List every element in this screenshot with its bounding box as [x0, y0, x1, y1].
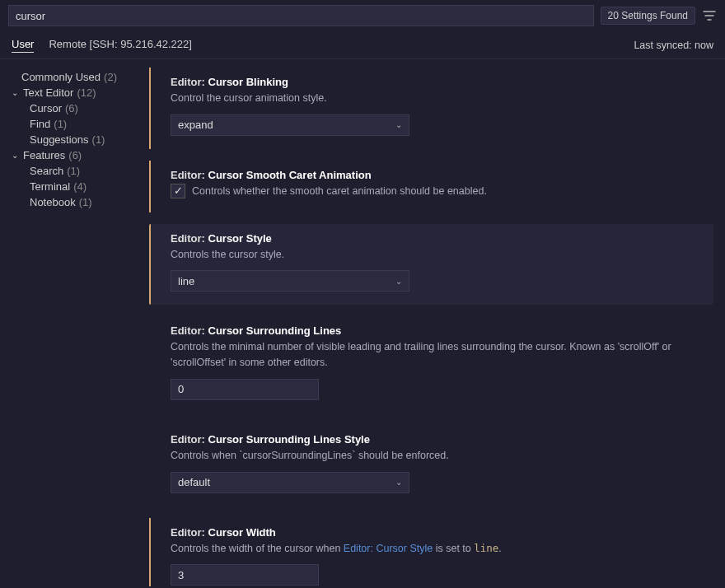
tree-label: Notebook — [30, 196, 76, 208]
setting-cursor-surrounding-lines-style: Editor: Cursor Surrounding Lines Style C… — [149, 425, 713, 506]
setting-description: Controls whether the smooth caret animat… — [192, 184, 487, 199]
settings-search-input[interactable] — [8, 5, 594, 26]
setting-description: Controls the cursor style. — [171, 247, 697, 263]
tree-label: Features — [23, 149, 65, 161]
tree-count: (12) — [77, 86, 96, 99]
setting-title: Editor: Cursor Style — [171, 232, 697, 245]
setting-category: Editor: — [171, 76, 208, 88]
tree-label: Suggestions — [30, 133, 89, 146]
tree-label: Find — [30, 118, 50, 130]
checkbox-smooth-caret[interactable]: ✓ — [171, 184, 185, 198]
desc-text: is set to — [433, 543, 474, 554]
tree-count: (1) — [79, 196, 92, 208]
tab-user[interactable]: User — [12, 38, 34, 53]
tree-count: (6) — [65, 102, 78, 114]
chevron-down-icon: ⌄ — [12, 151, 20, 160]
tree-commonly-used[interactable]: Commonly Used (2) — [7, 69, 138, 85]
chevron-down-icon: ⌄ — [12, 88, 20, 97]
setting-description: Controls the minimal number of visible l… — [171, 339, 700, 371]
setting-title: Editor: Cursor Width — [171, 526, 700, 539]
setting-cursor-smooth-caret: Editor: Cursor Smooth Caret Animation ✓ … — [149, 161, 713, 212]
setting-title: Editor: Cursor Smooth Caret Animation — [171, 169, 700, 181]
setting-cursor-surrounding-lines: Editor: Cursor Surrounding Lines Control… — [149, 316, 713, 413]
setting-key: Cursor Width — [208, 526, 276, 539]
select-cursor-style[interactable]: line ⌄ — [171, 270, 409, 292]
tree-label: Commonly Used — [21, 71, 101, 83]
tree-cursor[interactable]: Cursor (6) — [7, 100, 138, 116]
sync-status[interactable]: Last synced: now — [634, 40, 713, 51]
tree-count: (2) — [104, 71, 117, 83]
desc-text: Controls the width of the cursor when — [171, 543, 344, 554]
setting-description: Control the cursor animation style. — [171, 91, 700, 106]
setting-key: Cursor Blinking — [208, 76, 289, 88]
tree-label: Search — [30, 165, 63, 177]
select-value: line — [178, 275, 194, 287]
settings-list: Editor: Cursor Blinking Control the curs… — [144, 59, 725, 586]
tree-count: (1) — [92, 133, 105, 146]
chevron-down-icon: ⌄ — [395, 277, 402, 286]
setting-key: Cursor Style — [208, 232, 272, 245]
tree-count: (1) — [54, 118, 67, 130]
chevron-down-icon: ⌄ — [395, 120, 402, 129]
desc-text: . — [498, 543, 501, 554]
chevron-down-icon: ⌄ — [395, 478, 402, 487]
setting-key: Cursor Surrounding Lines — [208, 324, 342, 337]
tab-remote[interactable]: Remote [SSH: 95.216.42.222] — [49, 38, 191, 52]
tree-label: Cursor — [30, 102, 62, 114]
setting-cursor-width: Editor: Cursor Width Controls the width … — [149, 518, 713, 587]
setting-title: Editor: Cursor Surrounding Lines Style — [171, 433, 700, 446]
tree-label: Terminal — [30, 180, 70, 193]
setting-title: Editor: Cursor Blinking — [171, 76, 700, 88]
setting-category: Editor: — [171, 324, 208, 337]
tree-text-editor[interactable]: ⌄ Text Editor (12) — [7, 85, 138, 100]
tree-suggestions[interactable]: Suggestions (1) — [7, 132, 138, 147]
select-value: default — [178, 476, 210, 488]
desc-code: line — [474, 542, 498, 554]
setting-key: Cursor Smooth Caret Animation — [208, 169, 372, 181]
tree-count: (4) — [73, 180, 87, 193]
select-value: expand — [178, 119, 213, 131]
filter-icon[interactable] — [702, 8, 717, 23]
setting-key: Cursor Surrounding Lines Style — [208, 433, 370, 446]
tree-count: (1) — [67, 165, 80, 177]
setting-description: Controls the width of the cursor when Ed… — [171, 541, 700, 557]
setting-cursor-blinking: Editor: Cursor Blinking Control the curs… — [149, 68, 713, 149]
results-count-badge: 20 Settings Found — [601, 7, 695, 25]
input-cursor-width[interactable] — [171, 564, 319, 586]
setting-category: Editor: — [171, 232, 208, 245]
settings-tree: Commonly Used (2) ⌄ Text Editor (12) Cur… — [0, 59, 144, 586]
setting-description: Controls when `cursorSurroundingLines` s… — [171, 448, 700, 464]
input-cursor-surrounding-lines[interactable] — [171, 379, 319, 400]
tree-label: Text Editor — [23, 86, 73, 99]
tree-find[interactable]: Find (1) — [7, 116, 138, 132]
setting-link[interactable]: Editor: Cursor Style — [344, 543, 433, 554]
select-cursor-blinking[interactable]: expand ⌄ — [171, 114, 409, 136]
tree-features[interactable]: ⌄ Features (6) — [7, 147, 138, 163]
tree-terminal[interactable]: Terminal (4) — [7, 179, 138, 194]
setting-category: Editor: — [171, 433, 208, 446]
setting-cursor-style: Editor: Cursor Style Controls the cursor… — [149, 224, 713, 306]
tree-notebook[interactable]: Notebook (1) — [7, 194, 138, 210]
setting-category: Editor: — [171, 169, 208, 181]
tree-count: (6) — [68, 149, 82, 161]
tree-search[interactable]: Search (1) — [7, 163, 138, 179]
setting-category: Editor: — [171, 526, 208, 539]
setting-title: Editor: Cursor Surrounding Lines — [171, 324, 700, 337]
select-cursor-surrounding-lines-style[interactable]: default ⌄ — [171, 472, 409, 493]
